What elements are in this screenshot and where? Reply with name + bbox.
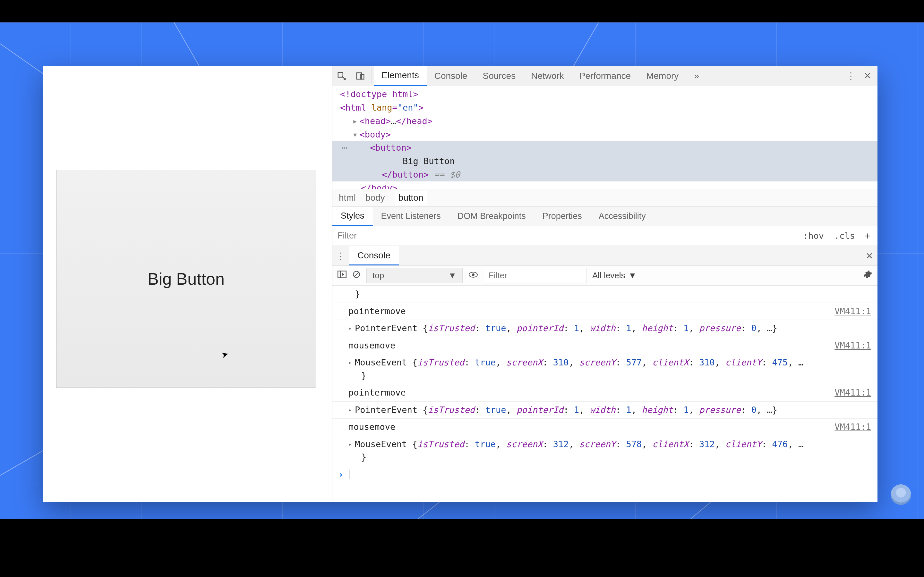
prompt-caret	[349, 470, 349, 479]
console-entry: }	[333, 285, 877, 303]
dom-head[interactable]: <head>	[360, 116, 391, 126]
svg-rect-2	[360, 74, 364, 79]
inspect-element-icon[interactable]	[333, 66, 351, 86]
svg-rect-1	[357, 73, 362, 79]
tab-performance[interactable]: Performance	[572, 66, 638, 86]
tab-elements[interactable]: Elements	[374, 66, 427, 86]
console-event-name: mousemove	[349, 422, 395, 432]
tabs-overflow-icon[interactable]: »	[686, 66, 707, 86]
subtab-styles[interactable]: Styles	[333, 207, 373, 226]
subtab-dom-breakpoints[interactable]: DOM Breakpoints	[449, 207, 534, 226]
console-entry: mousemove VM411:1	[333, 337, 877, 355]
chevron-down-icon: ▼	[448, 271, 457, 280]
subtab-properties[interactable]: Properties	[534, 207, 590, 226]
console-event-name: mousemove	[349, 340, 395, 350]
console-sidebar-toggle-icon[interactable]	[338, 271, 347, 280]
device-toolbar-icon[interactable]	[351, 66, 370, 86]
hov-toggle[interactable]: :hov	[800, 229, 827, 242]
dom-button-text: Big Button	[403, 156, 455, 166]
live-expression-icon[interactable]	[468, 271, 478, 280]
console-levels-select[interactable]: All levels ▼	[592, 271, 636, 280]
page-viewport: Big Button ➤	[43, 66, 332, 502]
crumb-html[interactable]: html	[339, 193, 356, 203]
app-window: Big Button ➤	[43, 66, 877, 502]
console-object[interactable]: ▸ MouseEvent {isTrusted: true, screenX: …	[333, 436, 877, 466]
crumb-button[interactable]: button	[395, 191, 427, 205]
tab-sources[interactable]: Sources	[475, 66, 523, 86]
console-context-select[interactable]: top ▼	[367, 268, 463, 283]
console-context-value: top	[373, 271, 384, 280]
prompt-chevron-icon: ›	[338, 469, 344, 480]
styles-subtabs: Styles Event Listeners DOM Breakpoints P…	[333, 207, 877, 226]
console-entry: pointermove VM411:1	[333, 384, 877, 402]
drawer-close-icon[interactable]: ✕	[861, 246, 877, 266]
drawer-tab-console[interactable]: Console	[349, 246, 399, 266]
console-source-link[interactable]: VM411:1	[835, 305, 871, 318]
styles-filter-input[interactable]	[338, 231, 795, 241]
dom-button-close: </button>	[382, 169, 429, 179]
dom-body-open[interactable]: <body>	[360, 129, 391, 139]
devtools: Elements Console Sources Network Perform…	[332, 66, 877, 502]
dom-selected-ref: == $0	[429, 169, 460, 179]
tab-network[interactable]: Network	[523, 66, 572, 86]
chrome-logo-icon	[891, 484, 911, 505]
console-filter-input[interactable]	[484, 268, 586, 284]
dom-selected-node[interactable]: ⋯ <button>	[333, 141, 877, 155]
kebab-menu-icon[interactable]: ⋮	[846, 71, 855, 81]
subtab-event-listeners[interactable]: Event Listeners	[373, 207, 449, 226]
expand-icon[interactable]: ▸	[349, 440, 352, 448]
cls-toggle[interactable]: .cls	[832, 229, 858, 242]
tab-memory[interactable]: Memory	[638, 66, 686, 86]
console-object[interactable]: ▸ PointerEvent {isTrusted: true, pointer…	[333, 402, 877, 419]
expand-icon[interactable]: ▸	[349, 406, 352, 414]
console-source-link[interactable]: VM411:1	[835, 421, 871, 434]
svg-marker-5	[342, 273, 344, 276]
dom-button-open: <button>	[370, 143, 412, 153]
dom-head-ellipsis: …	[391, 116, 396, 126]
console-source-link[interactable]: VM411:1	[835, 386, 871, 400]
expand-icon[interactable]: ▸	[349, 324, 352, 332]
dom-tree[interactable]: <!doctype html> <html lang="en"> ▸<head>…	[333, 86, 877, 189]
close-devtools-icon[interactable]: ✕	[864, 71, 871, 81]
expand-icon[interactable]: ▸	[349, 358, 352, 367]
drawer-menu-icon[interactable]: ⋮	[333, 246, 349, 266]
subtab-accessibility[interactable]: Accessibility	[590, 207, 654, 226]
dom-doctype: <!doctype html>	[340, 89, 418, 99]
clear-console-icon[interactable]	[352, 270, 360, 281]
slide-background: Big Button ➤	[0, 23, 924, 519]
svg-point-9	[472, 274, 475, 276]
console-object[interactable]: ▸ PointerEvent {isTrusted: true, pointer…	[333, 320, 877, 337]
console-event-name: pointermove	[349, 388, 406, 398]
console-object[interactable]: ▸ MouseEvent {isTrusted: true, screenX: …	[333, 354, 877, 384]
divider	[372, 69, 372, 83]
big-button[interactable]: Big Button	[56, 170, 316, 388]
crumb-body[interactable]: body	[365, 193, 385, 203]
stage: Big Button ➤	[0, 0, 924, 577]
console-drawer-header: ⋮ Console ✕	[333, 246, 877, 266]
console-prompt[interactable]: ›	[333, 466, 877, 483]
console-settings-icon[interactable]	[863, 270, 872, 281]
new-style-rule-icon[interactable]: ＋	[863, 229, 872, 242]
console-entry: pointermove VM411:1	[333, 303, 877, 320]
tab-console[interactable]: Console	[427, 66, 475, 86]
console-levels-label: All levels	[592, 271, 625, 280]
console-toolbar: top ▼ All levels ▼	[333, 266, 877, 285]
console-source-link[interactable]: VM411:1	[835, 339, 871, 352]
dom-breadcrumbs: html body button	[333, 189, 877, 207]
dom-html-open: <html lang="en">	[340, 103, 423, 113]
svg-line-7	[355, 272, 359, 277]
console-log[interactable]: } pointermove VM411:1 ▸ PointerEvent {is…	[333, 285, 877, 502]
console-brace: }	[349, 287, 360, 301]
console-event-name: pointermove	[349, 306, 406, 316]
dom-body-close: </body>	[361, 183, 397, 189]
styles-filter-row: :hov .cls ＋	[333, 226, 877, 246]
chevron-down-icon: ▼	[628, 271, 637, 280]
console-entry: mousemove VM411:1	[333, 419, 877, 436]
devtools-tab-strip: Elements Console Sources Network Perform…	[333, 66, 877, 86]
